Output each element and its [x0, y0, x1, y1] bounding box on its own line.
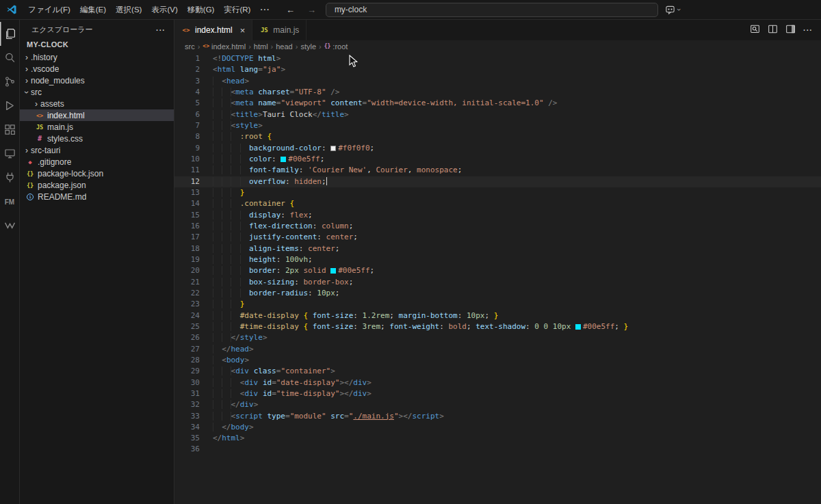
- more-actions-icon[interactable]: ···: [803, 26, 813, 34]
- code-editor[interactable]: 1<!DOCTYPE html>2<html lang="ja">3 <head…: [174, 52, 821, 504]
- code-line-1[interactable]: 1<!DOCTYPE html>: [174, 53, 821, 64]
- breadcrumb-src[interactable]: src: [185, 42, 195, 51]
- vscode-window: ファイル(F)編集(E)選択(S)表示(V)移動(G)実行(R) ··· ← →…: [0, 0, 821, 504]
- menu-overflow-button[interactable]: ···: [255, 0, 275, 19]
- command-center-search[interactable]: my-clock: [326, 3, 658, 17]
- breadcrumb-label: html: [254, 42, 268, 51]
- line-number: 18: [174, 243, 200, 254]
- project-root-folder[interactable]: MY-CLOCK: [20, 38, 174, 51]
- code-line-10[interactable]: 10 color: #00e5ff;: [174, 154, 821, 165]
- source-control-icon[interactable]: [0, 70, 19, 94]
- explorer-more-actions-button[interactable]: ···: [156, 26, 166, 34]
- breadcrumb-label: src: [185, 42, 195, 51]
- fm-extension-icon[interactable]: FM: [0, 189, 19, 213]
- tree-item-.history[interactable]: ›.history: [20, 51, 174, 63]
- go-forward-button[interactable]: →: [307, 5, 316, 15]
- close-tab-icon[interactable]: ×: [240, 25, 246, 36]
- menu-item-0[interactable]: ファイル(F): [23, 0, 75, 19]
- run-debug-icon[interactable]: [0, 94, 19, 118]
- code-line-9[interactable]: 9 background-color: #f0f0f0;: [174, 143, 821, 154]
- breadcrumb-root[interactable]: {}:root: [324, 42, 348, 51]
- code-line-17[interactable]: 17 justify-content: center;: [174, 232, 821, 243]
- line-content: </html>: [200, 433, 244, 444]
- tree-item-assets[interactable]: ›assets: [20, 98, 174, 109]
- tree-item-node_modules[interactable]: ›node_modules: [20, 75, 174, 86]
- code-line-34[interactable]: 34 </body>: [174, 422, 821, 433]
- layout-panel-icon[interactable]: [785, 24, 796, 37]
- menu-item-3[interactable]: 表示(V): [146, 0, 182, 19]
- line-number: 29: [174, 366, 200, 377]
- code-line-22[interactable]: 22 border-radius: 10px;: [174, 288, 821, 299]
- menu-item-4[interactable]: 移動(G): [183, 0, 220, 19]
- code-line-16[interactable]: 16 flex-direction: column;: [174, 221, 821, 232]
- remote-explorer-icon[interactable]: [0, 142, 19, 165]
- code-line-25[interactable]: 25 #time-display { font-size: 3rem; font…: [174, 321, 821, 332]
- breadcrumb-indexhtml[interactable]: <>index.html: [203, 42, 246, 51]
- code-line-15[interactable]: 15 display: flex;: [174, 210, 821, 221]
- code-line-19[interactable]: 19 height: 100vh;: [174, 254, 821, 265]
- tree-item-src[interactable]: ›src: [20, 86, 174, 98]
- tree-item-index.html[interactable]: <>index.html: [20, 109, 174, 121]
- explorer-icon[interactable]: [0, 22, 19, 46]
- menu-item-2[interactable]: 選択(S): [111, 0, 146, 19]
- tree-item-.gitignore[interactable]: ◆.gitignore: [20, 156, 174, 168]
- tree-item-styles.css[interactable]: #styles.css: [20, 133, 174, 144]
- tab-main.js[interactable]: JSmain.js: [252, 20, 307, 40]
- code-line-23[interactable]: 23 }: [174, 299, 821, 310]
- code-line-32[interactable]: 32 </div>: [174, 399, 821, 410]
- code-line-24[interactable]: 24 #date-display { font-size: 1.2rem; ma…: [174, 310, 821, 321]
- code-line-2[interactable]: 2<html lang="ja">: [174, 64, 821, 75]
- wave-extension-icon[interactable]: [0, 213, 19, 237]
- split-editor-icon[interactable]: [768, 24, 778, 37]
- menu-item-1[interactable]: 編集(E): [75, 0, 111, 19]
- code-line-35[interactable]: 35</html>: [174, 433, 821, 444]
- explorer-sidebar: エクスプローラー ··· MY-CLOCK ›.history›.vscode›…: [20, 20, 174, 504]
- tab-index.html[interactable]: <>index.html×: [174, 20, 252, 40]
- code-line-4[interactable]: 4 <meta charset="UTF-8" />: [174, 87, 821, 98]
- menu-item-5[interactable]: 実行(R): [219, 0, 255, 19]
- tree-item-label: README.md: [38, 192, 86, 202]
- code-line-13[interactable]: 13 }: [174, 187, 821, 198]
- line-content: </style>: [200, 332, 268, 343]
- code-line-3[interactable]: 3 <head>: [174, 76, 821, 87]
- search-icon[interactable]: [0, 46, 19, 70]
- tree-item-package-lock.json[interactable]: {}package-lock.json: [20, 168, 174, 179]
- line-content: <style>: [200, 120, 263, 131]
- code-line-12[interactable]: 12 overflow: hidden;: [174, 176, 821, 187]
- line-content: box-sizing: border-box;: [200, 277, 353, 288]
- code-line-7[interactable]: 7 <style>: [174, 120, 821, 131]
- code-line-14[interactable]: 14 .container {: [174, 198, 821, 209]
- extensions-icon[interactable]: [0, 118, 19, 142]
- code-line-27[interactable]: 27 </head>: [174, 344, 821, 355]
- tree-item-main.js[interactable]: JSmain.js: [20, 121, 174, 133]
- breadcrumb-style[interactable]: style: [300, 42, 316, 51]
- tree-item-README.md[interactable]: iREADME.md: [20, 191, 174, 202]
- breadcrumb-label: index.html: [211, 42, 246, 51]
- code-line-6[interactable]: 6 <title>Tauri Clock</title>: [174, 109, 821, 120]
- code-line-5[interactable]: 5 <meta name="viewport" content="width=d…: [174, 98, 821, 109]
- plug-icon[interactable]: [0, 165, 19, 189]
- tree-item-.vscode[interactable]: ›.vscode: [20, 63, 174, 75]
- code-line-21[interactable]: 21 box-sizing: border-box;: [174, 277, 821, 288]
- code-line-18[interactable]: 18 align-items: center;: [174, 243, 821, 254]
- go-back-button[interactable]: ←: [286, 5, 295, 15]
- breadcrumb-head[interactable]: head: [276, 42, 292, 51]
- line-content: <!DOCTYPE html>: [200, 53, 281, 64]
- copilot-button[interactable]: ›: [665, 5, 681, 15]
- code-line-28[interactable]: 28 <body>: [174, 355, 821, 366]
- line-content: [200, 444, 213, 455]
- tree-item-src-tauri[interactable]: ›src-tauri: [20, 144, 174, 156]
- code-line-31[interactable]: 31 <div id="time-display"></div>: [174, 388, 821, 399]
- code-line-11[interactable]: 11 font-family: 'Courier New', Courier, …: [174, 165, 821, 176]
- open-preview-icon[interactable]: [750, 24, 760, 37]
- code-line-33[interactable]: 33 <script type="module" src="./main.js"…: [174, 411, 821, 422]
- code-line-20[interactable]: 20 border: 2px solid #00e5ff;: [174, 265, 821, 276]
- code-line-26[interactable]: 26 </style>: [174, 332, 821, 343]
- breadcrumb-html[interactable]: html: [254, 42, 268, 51]
- line-content: <script type="module" src="./main.js"></…: [200, 411, 444, 422]
- code-line-8[interactable]: 8 :root {: [174, 131, 821, 142]
- code-line-29[interactable]: 29 <div class="container">: [174, 366, 821, 377]
- code-line-36[interactable]: 36: [174, 444, 821, 455]
- tree-item-package.json[interactable]: {}package.json: [20, 179, 174, 191]
- code-line-30[interactable]: 30 <div id="date-display"></div>: [174, 377, 821, 388]
